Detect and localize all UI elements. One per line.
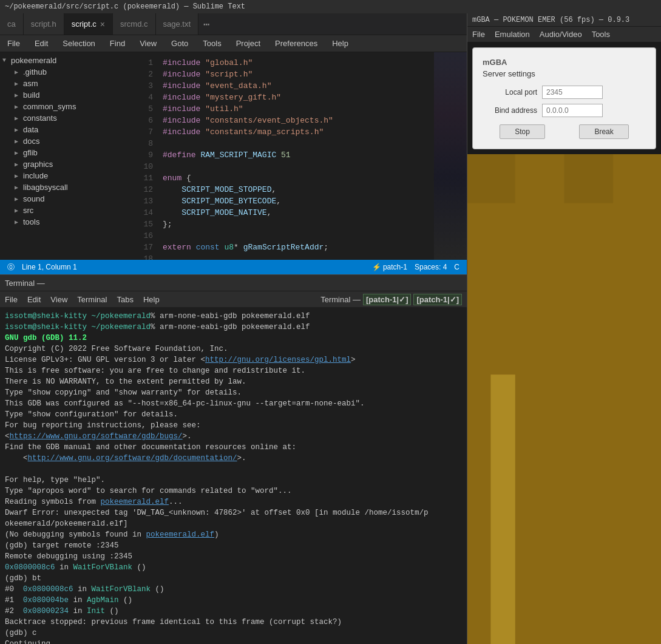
minimap — [434, 52, 467, 260]
title-text: ~/pokeemerald/src/script.c (pokeemerald)… — [5, 2, 245, 11]
term-line-nodebug: (No debugging symbols found in pokeemera… — [5, 529, 462, 540]
tmenu-terminal[interactable]: Terminal — [77, 295, 107, 304]
tree-root[interactable]: ▼ pokeemerald — [0, 55, 134, 66]
dialog-buttons: Stop Break — [483, 124, 646, 139]
term-line-warranty: There is NO WARRANTY, to the extent perm… — [5, 376, 462, 387]
term-line-copyright: Copyright (C) 2022 Free Software Foundat… — [5, 344, 462, 354]
tab-script-h[interactable]: script.h — [24, 13, 64, 35]
sidebar-item-sound[interactable]: ▶ sound — [10, 193, 134, 205]
local-port-label: Local port — [483, 88, 537, 97]
term-line-manual: Find the GDB manual and other documentat… — [5, 442, 462, 453]
server-settings-dialog: mGBA Server settings Local port Bind add… — [472, 47, 656, 149]
terminal-content[interactable]: issotm@sheik-kitty ~/pokeemerald% arm-no… — [0, 307, 467, 644]
svg-rect-29 — [490, 375, 515, 644]
tab-sage-txt[interactable]: sage.txt — [156, 13, 199, 35]
menu-file[interactable]: File — [5, 38, 22, 49]
status-lang: C — [454, 263, 459, 271]
terminal-menu-bar: File Edit View Terminal Tabs Help Termin… — [0, 291, 467, 307]
right-panel: mGBA — POKEMON EMER (56 fps) — 0.9.3 Fil… — [467, 13, 661, 644]
menu-view[interactable]: View — [137, 38, 159, 49]
sidebar-item-build[interactable]: ▶ build — [10, 89, 134, 101]
tab-script-c-label: script.c — [72, 19, 97, 29]
tmenu-view[interactable]: View — [50, 295, 67, 304]
sidebar-item-data[interactable]: ▶ data — [10, 124, 134, 135]
mgba-menu-file[interactable]: File — [472, 30, 485, 39]
tmenu-help[interactable]: Help — [143, 295, 160, 304]
bind-address-label: Bind address — [483, 106, 537, 115]
mgba-menu-bar: File Emulation Audio/Video Tools — [467, 27, 661, 42]
terminal-title-bar: Terminal — — [0, 274, 467, 291]
sidebar-item-github[interactable]: ▶ .github — [10, 66, 134, 78]
mgba-menu-emulation[interactable]: Emulation — [495, 30, 530, 39]
term-line-dwarf2: okeemerald/pokeemerald.elf] — [5, 518, 462, 529]
term-line-bug-url: <https://www.gnu.org/software/gdb/bugs/>… — [5, 431, 462, 442]
tree-children: ▶ .github ▶ asm ▶ build ▶ — [0, 66, 134, 228]
sidebar-item-gflib[interactable]: ▶ gflib — [10, 147, 134, 158]
status-patch: ⚡ patch-1 — [372, 263, 407, 271]
term-line-addr1: 0x0800008c6 in WaitForVBlank () — [5, 562, 462, 573]
menu-selection[interactable]: Selection — [60, 38, 97, 49]
term-line-remote: Remote debugging using :2345 — [5, 551, 462, 562]
sidebar-item-common-syms[interactable]: ▶ common_syms — [10, 101, 134, 112]
break-button[interactable]: Break — [579, 124, 628, 139]
bind-address-input[interactable] — [542, 104, 603, 117]
main-area: File Edit Selection Find View Goto Tools… — [0, 13, 661, 644]
term-line-continuing: Continuing. — [5, 639, 462, 644]
game-canvas — [467, 154, 661, 644]
tab-script-c[interactable]: script.c × — [64, 13, 113, 35]
sidebar-item-libagbsyscall[interactable]: ▶ libagbsyscall — [10, 181, 134, 193]
menu-goto[interactable]: Goto — [169, 38, 191, 49]
menu-edit[interactable]: Edit — [32, 38, 50, 49]
term-line-2: issotm@sheik-kitty ~/pokeemerald% arm-no… — [5, 322, 462, 333]
dialog-local-port-row: Local port — [483, 86, 646, 99]
terminal-section: Terminal — File Edit View Terminal Tabs … — [0, 274, 467, 644]
sidebar-item-asm[interactable]: ▶ asm — [10, 78, 134, 89]
code-content[interactable]: #include "global.h" #include "script.h" … — [160, 52, 434, 260]
tab-srcmd-c[interactable]: srcmd.c — [113, 13, 156, 35]
menu-find[interactable]: Find — [107, 38, 127, 49]
menu-preferences[interactable]: Preferences — [273, 38, 320, 49]
local-port-input[interactable] — [542, 86, 603, 99]
editor-content: ▼ pokeemerald ▶ .github ▶ asm ▶ — [0, 52, 467, 260]
tmenu-tabs[interactable]: Tabs — [117, 295, 133, 304]
mgba-content: mGBA Server settings Local port Bind add… — [467, 42, 661, 644]
menu-project[interactable]: Project — [234, 38, 263, 49]
stop-button[interactable]: Stop — [500, 124, 545, 139]
tmenu-edit[interactable]: Edit — [27, 295, 41, 304]
sidebar-item-include[interactable]: ▶ include — [10, 170, 134, 181]
term-line-1: issotm@sheik-kitty ~/pokeemerald% arm-no… — [5, 311, 462, 322]
menu-tools[interactable]: Tools — [200, 38, 223, 49]
term-line-license: License GPLv3+: GNU GPL version 3 or lat… — [5, 354, 462, 365]
sidebar-item-docs[interactable]: ▶ docs — [10, 135, 134, 147]
status-right: ⚡ patch-1 Spaces: 4 C — [372, 263, 459, 271]
svg-rect-3 — [467, 154, 515, 203]
sidebar-item-graphics[interactable]: ▶ graphics — [10, 158, 134, 170]
svg-rect-6 — [613, 154, 661, 203]
terminal-title-right: Terminal — — [320, 295, 361, 304]
term-line-bug: For bug reporting instructions, please s… — [5, 420, 462, 431]
term-line-configured: This GDB was configured as "--host=x86_6… — [5, 398, 462, 409]
tab-srcmd-c-label: srcmd.c — [120, 19, 148, 29]
terminal-title-left: Terminal — — [5, 279, 45, 288]
sidebar-item-tools[interactable]: ▶ tools — [10, 216, 134, 228]
tab-more-icon[interactable]: ⋯ — [198, 18, 215, 31]
mgba-menu-audio-video[interactable]: Audio/Video — [540, 30, 582, 39]
term-line-show-copying: Type "show copying" and "show warranty" … — [5, 387, 462, 398]
term-line-bt: (gdb) bt — [5, 573, 462, 584]
tmenu-file[interactable]: File — [5, 295, 18, 304]
tab-close-icon[interactable]: × — [100, 19, 105, 29]
tab-ca[interactable]: ca — [0, 13, 24, 35]
svg-rect-5 — [564, 154, 614, 203]
mgba-menu-tools[interactable]: Tools — [592, 30, 610, 39]
sidebar-item-constants[interactable]: ▶ constants — [10, 112, 134, 124]
tab-sage-txt-label: sage.txt — [163, 19, 191, 29]
sidebar-item-src[interactable]: ▶ src — [10, 205, 134, 216]
dialog-bind-addr-row: Bind address — [483, 104, 646, 117]
term-line-free: This is free software: you are free to c… — [5, 365, 462, 376]
root-name: pokeemerald — [11, 56, 56, 65]
term-line-show-config: Type "show configuration" for details. — [5, 409, 462, 420]
line-numbers: 123456789101112131415161718 — [134, 52, 160, 260]
dialog-mgba-label: mGBA — [483, 58, 646, 67]
menu-help[interactable]: Help — [330, 38, 351, 49]
status-branch-icon: ⓪ — [7, 262, 15, 273]
